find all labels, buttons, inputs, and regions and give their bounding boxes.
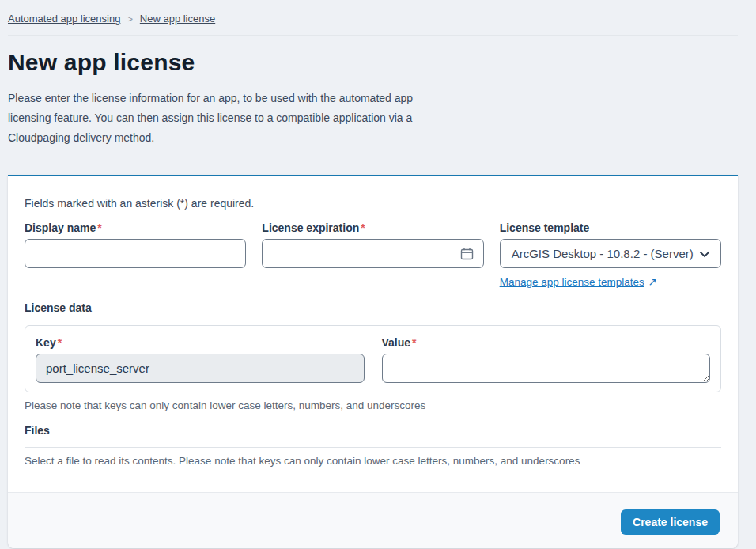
license-template-group: License template ArcGIS Desktop - 10.8.2… — [500, 221, 721, 289]
page-title: New app license — [8, 49, 738, 76]
license-template-label: License template — [500, 221, 721, 234]
license-expiration-input[interactable] — [262, 239, 483, 268]
display-name-label: Display name* — [25, 221, 246, 234]
breadcrumb-link-new-app-license[interactable]: New app license — [140, 13, 215, 25]
value-group: Value* — [382, 336, 711, 383]
display-name-label-text: Display name — [25, 221, 96, 234]
page: Automated app licensing > New app licens… — [8, 0, 738, 548]
license-data-section-label: License data — [25, 301, 721, 314]
breadcrumb-divider — [8, 35, 738, 36]
manage-license-templates-link[interactable]: Manage app license templates ↗ — [500, 275, 657, 288]
main-fields-row: Display name* License expiration* — [25, 221, 721, 289]
license-template-select[interactable]: ArcGIS Desktop - 10.8.2 - (Server) — [500, 239, 721, 268]
create-license-button[interactable]: Create license — [621, 509, 720, 535]
breadcrumb: Automated app licensing > New app licens… — [8, 13, 738, 25]
license-expiration-label: License expiration* — [262, 221, 483, 234]
license-template-label-text: License template — [500, 221, 590, 234]
display-name-input[interactable] — [25, 239, 246, 268]
license-template-selected-value: ArcGIS Desktop - 10.8.2 - (Server) — [512, 247, 694, 260]
value-label: Value* — [382, 336, 711, 349]
required-fields-note: Fields marked with an asterisk (*) are r… — [25, 197, 721, 210]
key-label: Key* — [36, 336, 365, 349]
files-divider — [25, 447, 721, 448]
files-note: Select a file to read its contents. Plea… — [25, 455, 721, 467]
license-expiration-input-wrap — [262, 239, 483, 268]
form-footer: Create license — [8, 492, 738, 548]
key-group: Key* — [36, 336, 365, 383]
files-section-label: Files — [25, 424, 721, 437]
license-expiration-group: License expiration* — [262, 221, 483, 289]
page-description: Please enter the license information for… — [8, 89, 416, 148]
breadcrumb-link-automated-app-licensing[interactable]: Automated app licensing — [8, 13, 120, 25]
chevron-down-icon — [699, 247, 710, 260]
required-asterisk: * — [412, 336, 416, 349]
manage-license-templates-link-text: Manage app license templates — [500, 276, 644, 288]
license-expiration-label-text: License expiration — [262, 221, 359, 234]
key-input[interactable] — [36, 354, 365, 383]
form-body: Fields marked with an asterisk (*) are r… — [8, 176, 738, 492]
value-textarea[interactable] — [382, 354, 711, 383]
required-asterisk: * — [361, 221, 365, 234]
key-label-text: Key — [36, 336, 56, 349]
required-asterisk: * — [97, 221, 101, 234]
new-license-form-card: Fields marked with an asterisk (*) are r… — [8, 175, 738, 548]
display-name-group: Display name* — [25, 221, 246, 289]
value-label-text: Value — [382, 336, 411, 349]
external-link-icon: ↗ — [648, 275, 657, 288]
breadcrumb-separator-icon: > — [127, 14, 132, 24]
key-format-note: Please note that keys can only contain l… — [25, 399, 721, 411]
required-asterisk: * — [58, 336, 62, 349]
license-data-subcard: Key* Value* — [25, 325, 721, 392]
